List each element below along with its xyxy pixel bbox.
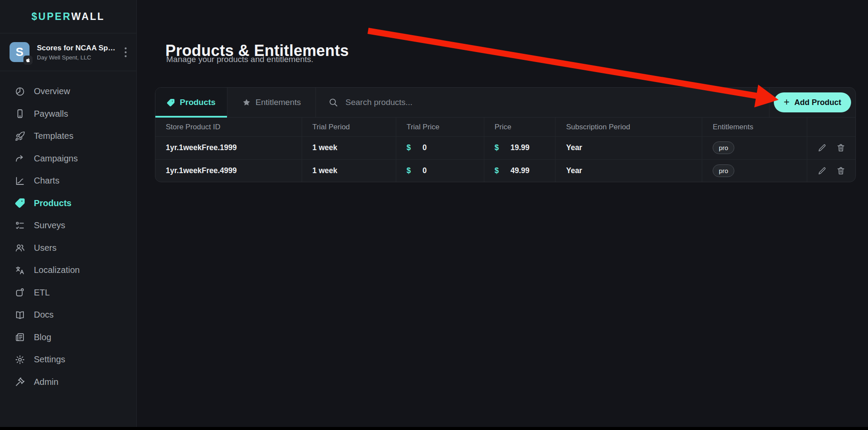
- docs-icon: [15, 310, 25, 320]
- charts-icon: [15, 176, 25, 186]
- table-header-row: Store Product ID Trial Period Trial Pric…: [155, 118, 855, 136]
- logo-accent-text: $UPER: [32, 11, 72, 23]
- blog-icon: [15, 332, 25, 342]
- cell-price: $49.99: [484, 160, 556, 182]
- tab-label: Entitlements: [256, 98, 301, 107]
- sidebar-item-label: Charts: [34, 176, 59, 186]
- sidebar-item-settings[interactable]: Settings: [0, 348, 136, 371]
- sidebar: $UPERWALL S Scores for NCAA Spo… Day Wel…: [0, 0, 137, 430]
- products-card: Products Entitlements + Add Product Stor…: [155, 87, 856, 182]
- sidebar-item-blog[interactable]: Blog: [0, 326, 136, 349]
- window-bottom-edge: [0, 427, 868, 430]
- cell-actions: [807, 137, 855, 159]
- sidebar-item-docs[interactable]: Docs: [0, 304, 136, 326]
- tag-icon: [167, 98, 175, 107]
- app-icon-letter: S: [16, 46, 23, 59]
- sidebar-item-admin[interactable]: Admin: [0, 371, 136, 394]
- price-value: 19.99: [510, 143, 529, 152]
- currency-symbol: $: [495, 143, 499, 152]
- column-header: Subscription Period: [556, 118, 702, 136]
- search-input[interactable]: [345, 97, 570, 108]
- sidebar-item-label: Surveys: [34, 220, 65, 230]
- edit-icon[interactable]: [818, 143, 827, 152]
- cell-trial-price: $0: [396, 137, 484, 159]
- sidebar-item-overview[interactable]: Overview: [0, 80, 136, 103]
- sidebar-item-paywalls[interactable]: Paywalls: [0, 103, 136, 125]
- sidebar-item-label: Users: [34, 243, 56, 253]
- sidebar-item-label: Admin: [34, 377, 59, 387]
- add-product-cell: + Add Product: [769, 88, 855, 117]
- tab-products[interactable]: Products: [155, 88, 227, 117]
- cell-subscription-period: Year: [556, 137, 702, 159]
- currency-symbol: $: [407, 166, 411, 175]
- apple-icon: [23, 56, 33, 65]
- cell-trial-period: 1 week: [302, 160, 396, 182]
- sidebar-nav: Overview Paywalls Campaigns Templates Ca…: [0, 71, 136, 393]
- cell-price: $19.99: [484, 137, 556, 159]
- add-product-button[interactable]: + Add Product: [774, 92, 851, 112]
- tab-entitlements[interactable]: Entitlements: [227, 88, 316, 117]
- trial-price-value: 0: [422, 166, 427, 175]
- price-value: 49.99: [510, 166, 529, 175]
- users-icon: [15, 243, 25, 253]
- column-header: Price: [484, 118, 556, 136]
- table-row: 1yr.1weekFree.4999 1 week $0 $49.99 Year…: [155, 159, 855, 182]
- add-product-label: Add Product: [794, 98, 841, 107]
- etl-icon: [15, 287, 25, 298]
- kebab-menu-icon[interactable]: [123, 46, 128, 59]
- column-header: Store Product ID: [155, 118, 302, 136]
- paywalls-icon: [15, 108, 25, 119]
- column-header-actions: [807, 118, 855, 136]
- sidebar-item-label: Products: [34, 198, 72, 208]
- column-header: Trial Price: [396, 118, 484, 136]
- admin-icon: [15, 377, 25, 387]
- app-icon: S: [10, 42, 30, 62]
- app-name: Scores for NCAA Spo…: [37, 44, 115, 53]
- app-selector[interactable]: S Scores for NCAA Spo… Day Well Spent, L…: [0, 33, 136, 71]
- sidebar-item-label: Templates: [34, 131, 73, 141]
- sidebar-item-label: Overview: [34, 86, 70, 96]
- sidebar-item-products[interactable]: Products: [0, 192, 136, 215]
- sidebar-item-label: Blog: [34, 332, 51, 342]
- cell-store-product-id: 1yr.1weekFree.4999: [155, 160, 302, 182]
- cell-subscription-period: Year: [556, 160, 702, 182]
- delete-icon[interactable]: [836, 143, 845, 152]
- sidebar-item-users[interactable]: Users: [0, 237, 136, 259]
- trial-price-value: 0: [422, 143, 427, 152]
- sidebar-item-label: Paywalls: [34, 109, 68, 119]
- sidebar-item-templates[interactable]: Campaigns Templates: [0, 125, 136, 148]
- sidebar-item-surveys[interactable]: Surveys: [0, 214, 136, 237]
- table-row: 1yr.1weekFree.1999 1 week $0 $19.99 Year…: [155, 136, 855, 159]
- entitlement-badge: pro: [713, 164, 734, 177]
- logo-rest-text: WALL: [71, 11, 105, 23]
- surveys-icon: [15, 220, 25, 231]
- search-icon: [329, 98, 338, 107]
- currency-symbol: $: [495, 166, 499, 175]
- superwall-logo: $UPERWALL: [0, 0, 136, 33]
- sidebar-item-localization[interactable]: Localization: [0, 259, 136, 282]
- entitlement-badge: pro: [713, 141, 734, 154]
- sidebar-item-campaigns[interactable]: Campaigns: [0, 148, 136, 170]
- search-box: [316, 88, 769, 117]
- plus-icon: +: [784, 97, 789, 107]
- sidebar-item-label: Campaigns: [34, 154, 78, 164]
- cell-actions: [807, 160, 855, 182]
- delete-icon[interactable]: [836, 166, 845, 175]
- page-subtitle: Manage your products and entitlements.: [166, 55, 313, 64]
- sidebar-item-etl[interactable]: ETL: [0, 282, 136, 304]
- app-company: Day Well Spent, LLC: [37, 54, 115, 61]
- cell-store-product-id: 1yr.1weekFree.1999: [155, 137, 302, 159]
- app-meta: Scores for NCAA Spo… Day Well Spent, LLC: [37, 44, 115, 61]
- tab-label: Products: [180, 98, 215, 107]
- currency-symbol: $: [407, 143, 411, 152]
- sidebar-item-charts[interactable]: Charts: [0, 170, 136, 192]
- tab-bar: Products Entitlements + Add Product: [155, 88, 855, 118]
- edit-icon[interactable]: [818, 166, 827, 175]
- cell-entitlements: pro: [702, 160, 807, 182]
- overview-icon: [15, 86, 25, 97]
- cell-entitlements: pro: [702, 137, 807, 159]
- sidebar-item-label: Settings: [34, 355, 65, 364]
- column-header: Entitlements: [702, 118, 807, 136]
- sidebar-item-label: Localization: [34, 265, 80, 275]
- localization-icon: [15, 265, 25, 276]
